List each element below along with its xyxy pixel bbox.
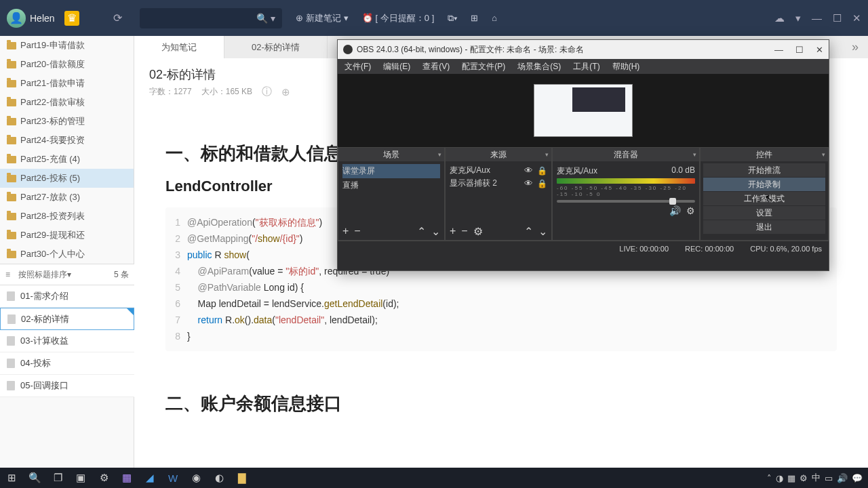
home-icon[interactable]: ⌂ (492, 13, 497, 23)
control-button[interactable]: 设置 (703, 206, 825, 220)
menu-item[interactable]: 查看(V) (422, 61, 450, 73)
gear-icon[interactable]: ⚙ (473, 225, 483, 238)
control-button[interactable]: 退出 (703, 220, 825, 234)
folder-item[interactable]: Part21-借款申请 (0, 74, 134, 93)
folder-item[interactable]: Part19-申请借款 (0, 36, 134, 55)
minimize-icon[interactable]: — (812, 12, 822, 24)
close-icon[interactable]: ✕ (852, 12, 861, 24)
speaker-icon[interactable]: 🔊 (669, 205, 681, 216)
tray-icon[interactable]: ⚙ (800, 473, 808, 483)
ime-icon[interactable]: 中 (812, 472, 821, 484)
folder-item[interactable]: Part29-提现和还 (0, 226, 134, 245)
crown-icon[interactable]: ♛ (64, 11, 79, 26)
obs-preview[interactable] (338, 74, 829, 147)
info-icon[interactable]: ⓘ (262, 85, 272, 98)
control-button[interactable]: 开始录制 (703, 178, 825, 191)
taskview-icon[interactable]: ❐ (46, 468, 69, 488)
control-button[interactable]: 开始推流 (703, 163, 825, 177)
apps-icon[interactable]: ⊞ (471, 13, 478, 23)
remove-icon[interactable]: − (461, 225, 467, 237)
panel-title[interactable]: 场景 (338, 148, 444, 161)
outline-item[interactable]: 02-标的详情 (0, 308, 134, 330)
volume-slider[interactable] (557, 200, 695, 203)
maximize-icon[interactable]: ☐ (795, 45, 804, 55)
notification-icon[interactable]: 💬 (852, 473, 863, 483)
control-button[interactable]: 工作室模式 (703, 192, 825, 205)
gear-icon[interactable]: ⚙ (92, 468, 115, 488)
word-icon[interactable]: W (161, 468, 184, 488)
remove-icon[interactable]: − (354, 225, 360, 237)
source-item[interactable]: 麦克风/Aux 👁🔒 (450, 164, 547, 177)
terminal-icon[interactable]: ▣ (69, 468, 92, 488)
add-icon[interactable]: + (450, 225, 456, 237)
folder-item[interactable]: Part26-投标 (5) (0, 169, 134, 188)
folder-item[interactable]: Part27-放款 (3) (0, 188, 134, 207)
folder-item[interactable]: Part24-我要投资 (0, 131, 134, 150)
battery-icon[interactable]: ▭ (825, 473, 833, 483)
folder-item[interactable]: Part22-借款审核 (0, 93, 134, 112)
sort-bar[interactable]: ≡ 按照标题排序 ▾ 5 条 (0, 264, 134, 285)
menu-item[interactable]: 配置文件(P) (462, 61, 505, 73)
panel-title[interactable]: 来源 (446, 148, 551, 161)
outline-item[interactable]: 01-需求介绍 (0, 285, 134, 308)
close-icon[interactable]: ✕ (816, 45, 823, 55)
folder-item[interactable]: Part28-投资列表 (0, 207, 134, 226)
folder-item[interactable]: Part20-借款额度 (0, 55, 134, 74)
reminder-button[interactable]: ⏰[ 今日提醒：0 ] (362, 12, 435, 24)
expand-button[interactable]: » (842, 36, 868, 58)
source-item[interactable]: 显示器捕获 2👁🔒 (450, 177, 547, 190)
menu-item[interactable]: 工具(T) (573, 61, 599, 73)
avatar[interactable]: 👤 (7, 9, 26, 28)
panel-title[interactable]: 控件 (701, 148, 828, 161)
explorer-icon[interactable]: ▇ (231, 468, 254, 488)
filter-icon[interactable]: ▾ (795, 12, 801, 24)
new-note-button[interactable]: ⊕新建笔记▾ (296, 12, 349, 24)
obs-icon[interactable]: ◐ (208, 468, 231, 488)
add-icon[interactable]: + (342, 225, 349, 237)
live-time: LIVE: 00:00:00 (619, 245, 669, 253)
up-icon[interactable]: ⌃ (417, 225, 426, 238)
tray-up-icon[interactable]: ˄ (767, 473, 772, 483)
tab[interactable]: 02-标的详情 (224, 36, 328, 58)
search-input[interactable]: 🔍 ▾ (140, 8, 282, 28)
maximize-icon[interactable]: ☐ (833, 12, 842, 24)
panel-title[interactable]: 混音器 (553, 148, 699, 161)
lock-icon[interactable]: 🔒 (537, 166, 547, 176)
menu-item[interactable]: 帮助(H) (612, 61, 640, 73)
gear-icon[interactable]: ⚙ (686, 205, 695, 216)
menu-item[interactable]: 文件(F) (344, 61, 371, 73)
vscode-icon[interactable]: ◢ (138, 468, 161, 488)
lock-icon[interactable]: 🔒 (537, 179, 547, 188)
ide-icon[interactable]: ▦ (115, 468, 138, 488)
scene-item[interactable]: 直播 (342, 178, 440, 192)
down-icon[interactable]: ⌄ (538, 225, 547, 238)
tray-icon[interactable]: ▦ (787, 473, 795, 483)
eye-icon[interactable]: 👁 (524, 178, 533, 188)
volume-icon[interactable]: 🔊 (837, 473, 848, 483)
minimize-icon[interactable]: — (774, 45, 783, 55)
folder-icon (7, 213, 16, 220)
outline-item[interactable]: 04-投标 (0, 352, 134, 375)
obs-titlebar[interactable]: OBS 24.0.3 (64-bit, windows) - 配置文件: 未命名… (338, 40, 829, 59)
down-icon[interactable]: ⌄ (431, 225, 440, 238)
eye-icon[interactable]: 👁 (524, 165, 533, 176)
scene-item[interactable]: 课堂录屏 (342, 164, 440, 178)
menu-item[interactable]: 编辑(E) (383, 61, 410, 73)
up-icon[interactable]: ⌃ (524, 225, 533, 238)
outline-item[interactable]: 03-计算收益 (0, 330, 134, 352)
screenshot-button[interactable]: ⧉▾ (448, 13, 457, 24)
outline-item[interactable]: 05-回调接口 (0, 375, 134, 397)
hamburger-icon[interactable]: ≡ (5, 270, 10, 279)
refresh-icon[interactable]: ⟳ (113, 12, 122, 24)
sync-icon[interactable]: ☁ (774, 12, 785, 24)
tab[interactable]: 为知笔记 (134, 36, 224, 58)
folder-item[interactable]: Part25-充值 (4) (0, 150, 134, 169)
search-icon[interactable]: 🔍 (23, 468, 46, 488)
chrome-icon[interactable]: ◉ (184, 468, 208, 488)
add-icon[interactable]: ⊕ (281, 86, 290, 98)
menu-item[interactable]: 场景集合(S) (517, 61, 561, 73)
folder-item[interactable]: Part30-个人中心 (0, 245, 134, 264)
start-icon[interactable]: ⊞ (0, 468, 23, 488)
tray-icon[interactable]: ◑ (776, 473, 783, 483)
folder-item[interactable]: Part23-标的管理 (0, 112, 134, 131)
